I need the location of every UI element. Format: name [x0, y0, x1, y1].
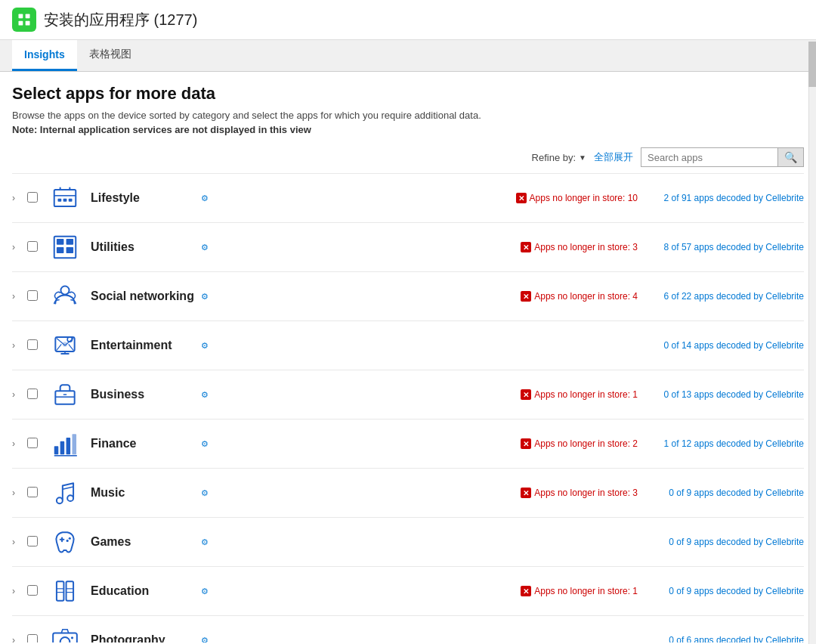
decoded-finance: 1 of 12 apps decoded by Cellebrite [638, 438, 804, 449]
tab-bar: Insights 表格视图 [0, 40, 816, 72]
expand-finance[interactable]: › [12, 438, 27, 449]
svg-rect-37 [57, 581, 64, 600]
badge-social[interactable]: ⚙ [201, 292, 209, 302]
scrollbar-track [808, 42, 816, 644]
warning-education: ✕ Apps no longer in store: 1 [471, 586, 638, 596]
app-header: 安装的应用程序 (1277) [0, 0, 816, 40]
checkbox-input-games[interactable] [27, 536, 38, 546]
label-social: Social networking [91, 289, 196, 303]
badge-music[interactable]: ⚙ [201, 488, 209, 498]
expand-entertainment[interactable]: › [12, 340, 27, 351]
categories-list: › Lifestyle ⚙ ✕ Apps no longer in store:… [12, 173, 804, 642]
svg-rect-28 [73, 434, 77, 454]
badge-utilities[interactable]: ⚙ [201, 243, 209, 252]
checkbox-input-finance[interactable] [27, 438, 38, 448]
expand-utilities[interactable]: › [12, 242, 27, 252]
category-row-utilities: › Utilities ⚙ ✕ Apps no longer in store:… [12, 222, 804, 271]
checkbox-input-music[interactable] [27, 487, 38, 497]
checkbox-input-business[interactable] [27, 389, 38, 399]
badge-business[interactable]: ⚙ [201, 390, 209, 400]
checkbox-finance[interactable] [27, 438, 42, 450]
icon-entertainment [48, 329, 82, 362]
checkbox-lifestyle[interactable] [27, 192, 42, 205]
checkbox-input-photo[interactable] [27, 634, 38, 643]
expand-all-button[interactable]: 全部展开 [594, 150, 633, 164]
category-row-games: › Games ⚙ 0 of 9 apps decoded by Cellebr… [12, 517, 804, 566]
expand-business[interactable]: › [12, 389, 27, 400]
label-games: Games [91, 535, 196, 549]
badge-education[interactable]: ⚙ [201, 587, 209, 596]
checkbox-games[interactable] [27, 536, 42, 549]
svg-rect-4 [54, 190, 76, 206]
label-education: Education [91, 584, 196, 598]
badge-entertainment[interactable]: ⚙ [201, 341, 209, 351]
expand-social[interactable]: › [12, 291, 27, 302]
warning-text-education: Apps no longer in store: 1 [534, 586, 638, 596]
badge-games[interactable]: ⚙ [201, 537, 209, 547]
svg-rect-12 [57, 239, 64, 245]
category-row-entertainment: › Entertainment ⚙ 0 of 14 apps decoded b… [12, 320, 804, 370]
warn-icon-finance: ✕ [521, 438, 531, 449]
decoded-education: 0 of 9 apps decoded by Cellebrite [638, 586, 804, 596]
svg-point-20 [63, 342, 67, 346]
badge-finance[interactable]: ⚙ [201, 439, 209, 449]
toolbar: Refine by: ▼ 全部展开 🔍 [12, 147, 804, 167]
checkbox-photo[interactable] [27, 634, 42, 643]
checkbox-social[interactable] [27, 290, 42, 303]
warning-text-music: Apps no longer in store: 3 [534, 488, 638, 498]
warning-text-finance: Apps no longer in store: 2 [534, 438, 638, 449]
warn-icon-utilities: ✕ [521, 242, 531, 252]
warning-finance: ✕ Apps no longer in store: 2 [471, 438, 638, 449]
svg-point-16 [60, 286, 69, 295]
decoded-games: 0 of 9 apps decoded by Cellebrite [638, 537, 804, 547]
tab-table[interactable]: 表格视图 [77, 40, 144, 71]
expand-lifestyle[interactable]: › [12, 193, 27, 203]
expand-music[interactable]: › [12, 488, 27, 498]
checkbox-input-entertainment[interactable] [27, 339, 38, 350]
warning-utilities: ✕ Apps no longer in store: 3 [471, 242, 638, 252]
checkbox-business[interactable] [27, 389, 42, 401]
refine-dropdown-arrow: ▼ [579, 153, 586, 162]
checkbox-input-utilities[interactable] [27, 241, 38, 252]
badge-photo[interactable]: ⚙ [201, 636, 209, 643]
warning-text-utilities: Apps no longer in store: 3 [534, 242, 638, 252]
icon-music [48, 476, 82, 509]
scrollbar-thumb[interactable] [808, 42, 816, 87]
warning-music: ✕ Apps no longer in store: 3 [471, 488, 638, 498]
checkbox-entertainment[interactable] [27, 339, 42, 352]
decoded-photo: 0 of 6 apps decoded by Cellebrite [638, 635, 804, 642]
page-note: Note: Internal application services are … [12, 124, 804, 135]
category-row-music: › Music ⚙ ✕ Apps no longer in store: 3 0… [12, 468, 804, 517]
svg-rect-22 [55, 391, 74, 404]
icon-education [48, 574, 82, 608]
expand-education[interactable]: › [12, 586, 27, 596]
warn-icon-business: ✕ [521, 389, 531, 400]
tab-insights[interactable]: Insights [12, 40, 77, 71]
svg-point-45 [71, 636, 73, 639]
checkbox-input-education[interactable] [27, 585, 38, 596]
warn-icon-social: ✕ [521, 291, 531, 302]
refine-by-button[interactable]: Refine by: ▼ [532, 152, 586, 163]
expand-games[interactable]: › [12, 537, 27, 547]
svg-point-36 [66, 540, 69, 542]
checkbox-education[interactable] [27, 585, 42, 598]
search-input[interactable] [641, 149, 777, 166]
page-description: Browse the apps on the device sorted by … [12, 110, 804, 121]
icon-lifestyle [48, 181, 82, 215]
badge-lifestyle[interactable]: ⚙ [201, 194, 209, 203]
icon-finance [48, 427, 82, 460]
search-button[interactable]: 🔍 [777, 148, 803, 166]
expand-photo[interactable]: › [12, 635, 27, 642]
checkbox-input-lifestyle[interactable] [27, 192, 38, 203]
decoded-utilities: 8 of 57 apps decoded by Cellebrite [638, 242, 804, 252]
refine-by-label: Refine by: [532, 152, 576, 163]
warning-text-business: Apps no longer in store: 1 [534, 389, 638, 400]
checkbox-music[interactable] [27, 487, 42, 500]
svg-point-35 [69, 537, 71, 540]
svg-point-30 [57, 497, 63, 503]
checkbox-utilities[interactable] [27, 241, 42, 254]
svg-rect-26 [60, 441, 65, 454]
checkbox-input-social[interactable] [27, 290, 38, 301]
svg-point-31 [67, 495, 73, 501]
svg-point-44 [60, 637, 70, 642]
